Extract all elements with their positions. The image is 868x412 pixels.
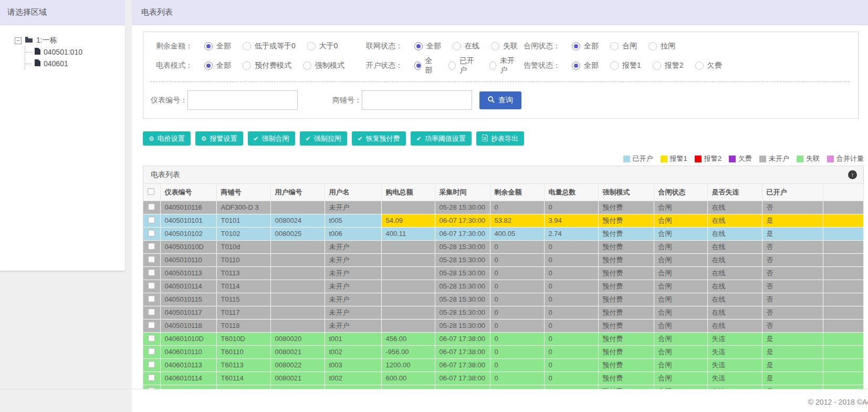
radio-option-label[interactable]: 全部 bbox=[584, 42, 599, 51]
radio-option-label[interactable]: 全部 bbox=[584, 61, 599, 70]
radio-option-label[interactable]: 全部 bbox=[425, 56, 437, 75]
table-cell bbox=[381, 240, 435, 253]
tree-collapse-icon[interactable]: − bbox=[15, 37, 22, 44]
radio-icon[interactable] bbox=[303, 61, 311, 70]
main-content: 剩余金额：全部低于或等于0大于0联网状态：全部在线失联合闸状态：全部合闸拉闸 电… bbox=[132, 25, 868, 389]
radio-icon[interactable] bbox=[610, 61, 619, 70]
tree-leaf-label[interactable]: 040501:010 bbox=[44, 48, 82, 56]
action-button[interactable]: ⚙报警设置 bbox=[195, 131, 243, 146]
radio-option-label[interactable]: 全部 bbox=[216, 42, 231, 51]
radio-option[interactable]: 低于或等于0 bbox=[243, 42, 296, 51]
radio-option[interactable]: 未开户 bbox=[489, 56, 518, 75]
radio-option-label[interactable]: 在线 bbox=[465, 42, 479, 51]
radio-option[interactable]: 大于0 bbox=[307, 42, 338, 51]
radio-option[interactable]: 已开户 bbox=[448, 56, 477, 75]
radio-option[interactable]: 在线 bbox=[453, 42, 479, 51]
radio-icon[interactable] bbox=[489, 61, 497, 70]
radio-option-label[interactable]: 报警2 bbox=[665, 61, 684, 70]
radio-icon[interactable] bbox=[204, 61, 213, 70]
action-button[interactable]: ✔强制拉闸 bbox=[300, 131, 347, 146]
query-button[interactable]: 查询 bbox=[479, 91, 521, 109]
action-button[interactable]: ⚙电价设置 bbox=[143, 131, 191, 146]
radio-icon[interactable] bbox=[453, 42, 461, 50]
select-all-checkbox[interactable] bbox=[148, 188, 154, 195]
row-checkbox[interactable] bbox=[148, 322, 155, 328]
radio-icon[interactable] bbox=[243, 42, 251, 50]
row-checkbox[interactable] bbox=[148, 269, 155, 276]
column-header: 采集时间 bbox=[435, 184, 490, 201]
radio-option[interactable]: 报警2 bbox=[653, 61, 684, 70]
row-checkbox[interactable] bbox=[148, 282, 155, 289]
row-checkbox[interactable] bbox=[148, 348, 155, 355]
radio-option[interactable]: 全部 bbox=[572, 61, 599, 70]
radio-option-label[interactable]: 大于0 bbox=[319, 42, 338, 51]
radio-option-label[interactable]: 强制模式 bbox=[315, 61, 344, 70]
tree-connector bbox=[25, 64, 32, 64]
radio-icon[interactable] bbox=[243, 61, 251, 70]
action-button[interactable]: 抄表导出 bbox=[476, 131, 524, 146]
radio-option-label[interactable]: 已开户 bbox=[459, 56, 478, 75]
radio-option[interactable]: 合闸 bbox=[610, 42, 637, 51]
row-checkbox[interactable] bbox=[148, 243, 155, 250]
radio-option-label[interactable]: 全部 bbox=[216, 61, 231, 70]
radio-option[interactable]: 全部 bbox=[414, 56, 437, 75]
tree-root-node[interactable]: − 1:一栋 bbox=[15, 36, 125, 45]
radio-icon[interactable] bbox=[448, 61, 456, 70]
row-checkbox[interactable] bbox=[148, 361, 155, 368]
table-cell: 05-28 15:30:00 bbox=[435, 201, 490, 214]
table-cell: 是 bbox=[762, 345, 823, 358]
radio-option-label[interactable]: 预付费模式 bbox=[255, 61, 291, 70]
meter-no-input[interactable] bbox=[187, 90, 298, 110]
radio-icon[interactable] bbox=[307, 42, 316, 50]
radio-option-label[interactable]: 拉闸 bbox=[661, 42, 675, 51]
radio-option[interactable]: 全部 bbox=[204, 61, 231, 70]
radio-option-label[interactable]: 报警1 bbox=[622, 61, 641, 70]
radio-icon[interactable] bbox=[491, 42, 499, 50]
radio-option[interactable]: 全部 bbox=[572, 42, 599, 51]
radio-option[interactable]: 全部 bbox=[204, 42, 231, 51]
radio-option[interactable]: 失联 bbox=[491, 42, 518, 51]
table-cell: 是 bbox=[762, 385, 823, 389]
radio-icon[interactable] bbox=[204, 42, 213, 50]
radio-option[interactable]: 全部 bbox=[414, 42, 441, 51]
tree-leaf-label[interactable]: 040601 bbox=[44, 59, 68, 68]
row-checkbox[interactable] bbox=[148, 374, 155, 381]
row-checkbox[interactable] bbox=[148, 217, 155, 223]
radio-option-label[interactable]: 未开户 bbox=[500, 56, 518, 75]
actions-toolbar: ⚙电价设置⚙报警设置✔强制合闸✔强制拉闸✔恢复预付费✔功率阈值设置抄表导出 bbox=[143, 131, 864, 146]
radio-icon[interactable] bbox=[572, 61, 580, 70]
radio-icon[interactable] bbox=[414, 42, 423, 50]
action-button[interactable]: ✔功率阈值设置 bbox=[411, 131, 472, 146]
radio-option[interactable]: 拉闸 bbox=[649, 42, 675, 51]
radio-option[interactable]: 预付费模式 bbox=[243, 61, 291, 70]
radio-option[interactable]: 报警1 bbox=[610, 61, 641, 70]
row-checkbox[interactable] bbox=[148, 256, 155, 263]
radio-icon[interactable] bbox=[610, 42, 619, 50]
action-button[interactable]: ✔强制合闸 bbox=[248, 131, 295, 146]
radio-icon[interactable] bbox=[414, 61, 421, 70]
radio-option-label[interactable]: 低于或等于0 bbox=[255, 42, 296, 51]
tree-root-label[interactable]: 1:一栋 bbox=[36, 36, 57, 45]
action-button[interactable]: ✔恢复预付费 bbox=[352, 131, 406, 146]
table-cell: 05-28 15:30:00 bbox=[435, 266, 490, 280]
radio-option-label[interactable]: 全部 bbox=[426, 42, 441, 51]
row-checkbox[interactable] bbox=[148, 230, 155, 236]
row-checkbox[interactable] bbox=[148, 203, 155, 210]
radio-option-label[interactable]: 失联 bbox=[503, 42, 518, 51]
shop-no-input[interactable] bbox=[362, 90, 472, 110]
tree-leaf-node[interactable]: 040501:010 bbox=[25, 46, 125, 58]
row-checkbox[interactable] bbox=[148, 308, 155, 315]
radio-option-label[interactable]: 合闸 bbox=[622, 42, 637, 51]
radio-icon[interactable] bbox=[572, 42, 580, 50]
radio-option[interactable]: 欠费 bbox=[695, 61, 722, 70]
radio-icon[interactable] bbox=[649, 42, 657, 50]
radio-option[interactable]: 强制模式 bbox=[303, 61, 344, 70]
row-checkbox[interactable] bbox=[148, 295, 155, 302]
radio-icon[interactable] bbox=[695, 61, 704, 70]
radio-option-label[interactable]: 欠费 bbox=[707, 61, 722, 70]
tree-leaf-node[interactable]: 040601 bbox=[25, 58, 125, 69]
radio-icon[interactable] bbox=[653, 61, 661, 70]
table-cell: T60110 bbox=[216, 345, 270, 358]
row-checkbox[interactable] bbox=[148, 335, 155, 342]
collapse-panel-icon[interactable]: ↑ bbox=[848, 170, 857, 179]
